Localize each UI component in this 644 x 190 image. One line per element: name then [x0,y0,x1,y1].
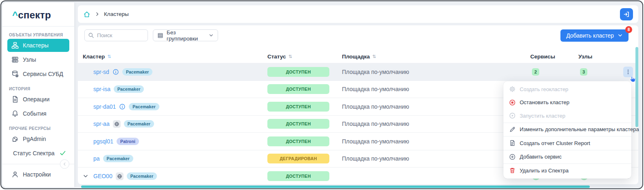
add-cluster-button[interactable]: Добавить кластер 8 [560,29,629,42]
database-icon [11,70,19,78]
gear-icon [509,86,516,92]
menu-item-label: Создать геокластер [520,86,568,92]
column-header-cluster[interactable]: Кластер⇅ [83,54,267,60]
cluster-icon [11,42,19,49]
sidebar-item-label: Кластеры [23,42,49,49]
menu-item-create-geocluster: Создать геокластер [503,83,631,96]
vertical-scrollbar[interactable] [635,47,638,127]
sort-icon[interactable]: ⇅ [372,54,376,59]
info-icon[interactable] [119,103,126,110]
document-icon [11,96,19,103]
sidebar-item-db-services[interactable]: Сервисы СУБД [7,67,69,80]
status-badge: ДОСТУПЕН [267,67,329,77]
site-cell: Площадка по-умолчанию [342,103,530,110]
logo-text: спектр [18,9,51,20]
column-label: Сервисы [530,54,555,60]
table-row-spr-sd: spr-sdPacemakerДОСТУПЕНПлощадка по-умолч… [78,63,638,81]
play-icon [509,112,516,119]
logout-button[interactable] [620,8,633,20]
column-label: Площадка [342,54,370,60]
globe-icon [116,172,124,180]
cluster-type-badge: Pacemaker [103,155,133,162]
row-expander[interactable] [83,173,90,179]
column-header-nodes: Узлы [578,54,623,60]
sidebar-item-spektr-status[interactable]: Статус Спектра [7,147,69,160]
menu-item-label: Остановить кластер [520,99,569,105]
column-label: Узлы [578,54,592,60]
context-menu: Создать геокластерОстановить кластерЗапу… [503,81,631,179]
user-icon [11,171,19,178]
column-header-services: Сервисы [530,54,578,60]
sidebar-footer: Настройки [2,164,74,186]
cluster-link[interactable]: pgsql01 [93,138,113,145]
sidebar-item-operations[interactable]: Операции [7,93,69,106]
mouse-cursor-pointer [629,76,637,83]
cluster-type-badge: Pacemaker [127,172,157,180]
site-cell: Площадка по-умолчанию [342,86,530,92]
sidebar-item-label: Операции [23,96,50,103]
sidebar-item-label: События [23,110,46,117]
menu-item-cluster-report[interactable]: Создать отчет Cluster Report [503,136,631,150]
chevron-right-icon [95,11,100,17]
column-header-site[interactable]: Площадка⇅ [342,54,530,60]
cluster-link[interactable]: spr-sd [93,69,109,75]
trash-icon [509,167,516,174]
cluster-type-badge: Patroni [117,138,139,145]
menu-item-label: Создать отчет Cluster Report [520,140,590,146]
sidebar-section-label: ПРОЧИЕ РЕСУРСЫ [9,126,74,131]
report-icon [509,140,516,146]
sidebar-item-label: Настройки [23,171,51,178]
site-cell: Площадка по-умолчанию [342,138,530,145]
sidebar-item-clusters[interactable]: Кластеры [7,39,69,52]
grouping-value: Без группировки [167,29,205,42]
menu-item-add-service[interactable]: Добавить сервис [503,150,631,164]
add-cluster-label: Добавить кластер [566,32,614,39]
cluster-link[interactable]: GEO00 [93,173,112,179]
grouping-select[interactable]: Без группировки [153,29,218,41]
status-badge: ДОСТУПЕН [267,84,329,94]
sidebar-item-pgadmin[interactable]: PgAdmin [7,132,69,145]
services-cell: 2 [530,68,578,76]
chevron-down-icon [209,33,214,38]
info-icon[interactable] [112,69,119,75]
cluster-link[interactable]: spr-isa [93,86,110,92]
sidebar-item-events[interactable]: События [7,107,69,120]
pencil-icon [509,126,516,133]
nodes-cell: 3 [578,68,623,76]
globe-icon [113,120,121,128]
sidebar-collapse-button[interactable] [60,159,69,169]
menu-item-stop-cluster[interactable]: Остановить кластер [503,96,631,110]
horizontal-scrollbar[interactable] [81,186,590,188]
cluster-link[interactable]: spr-da01 [93,103,116,110]
status-badge: ДОСТУПЕН [267,102,329,112]
breadcrumb-page: Кластеры [104,11,129,17]
cluster-link[interactable]: spr-aa [93,121,110,127]
pgadmin-icon [11,135,19,143]
cluster-type-badge: Pacemaker [129,103,159,110]
home-icon[interactable] [83,11,90,18]
status-badge: ДОСТУПЕН [267,119,329,129]
sidebar-item-nodes[interactable]: Узлы [7,53,69,66]
logo-caret: ^ [12,9,18,20]
sidebar-item-settings[interactable]: Настройки [7,168,69,181]
status-badge: ДОСТУПЕН [267,136,329,146]
column-header-status[interactable]: Статус⇅ [267,54,342,60]
menu-item-edit-cluster-params[interactable]: Изменить дополнительные параметры класте… [503,123,631,136]
chevron-down-icon [618,33,623,38]
breadcrumb: Кластеры [78,5,638,23]
sort-icon[interactable]: ⇅ [107,54,111,59]
menu-item-delete-from-spektr[interactable]: Удалить из Спектра [503,164,631,177]
sort-icon[interactable]: ⇅ [289,54,292,59]
menu-item-label: Изменить дополнительные параметры класте… [520,126,639,132]
status-badge: ДЕГРАДИРОВАН [267,154,329,163]
app-window: ^спектр ОБЪЕКТЫ УПРАВЛЕНИЯКластерыУзлыСе… [0,0,643,189]
sidebar-item-label: Сервисы СУБД [23,71,63,77]
sidebar-item-label: Статус Спектра [13,150,55,156]
menu-item-start-cluster: Запустить кластер [503,109,631,123]
nodes-icon [11,56,19,63]
site-cell: Площадка по-умолчанию [342,69,530,75]
cluster-link[interactable]: pa [93,155,100,162]
sidebar-nav: ОБЪЕКТЫ УПРАВЛЕНИЯКластерыУзлыСервисы СУ… [2,33,74,160]
row-actions-menu-button[interactable] [623,67,633,77]
logo: ^спектр [2,2,74,27]
